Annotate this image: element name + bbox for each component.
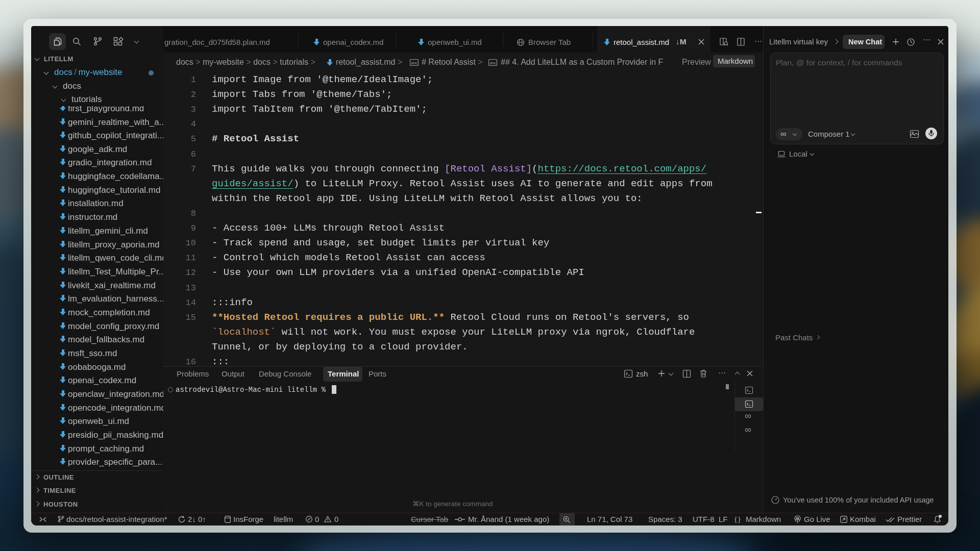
svg-text:abc: abc: [411, 61, 418, 65]
svg-text:abc: abc: [489, 61, 496, 65]
